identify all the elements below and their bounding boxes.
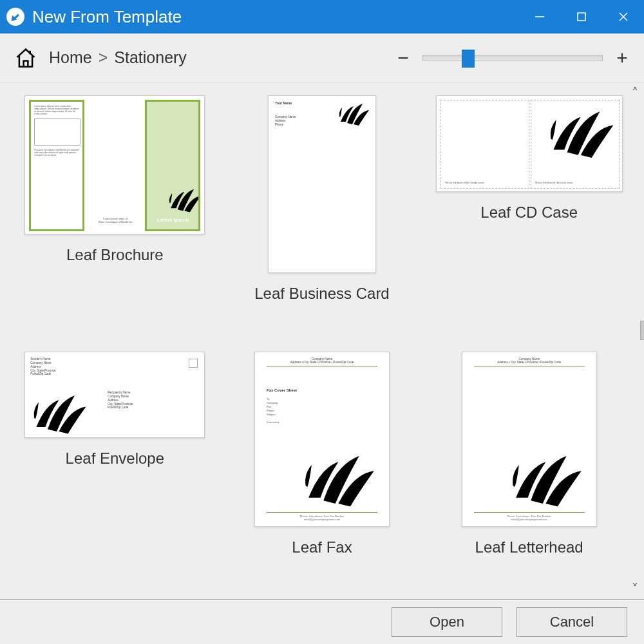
- template-label: Leaf Letterhead: [475, 538, 583, 556]
- template-label: Leaf Fax: [292, 538, 352, 556]
- title-bar: New From Template: [0, 0, 644, 33]
- template-thumbnail: Lorem ipsum dolor sit amet, consectetur …: [24, 95, 205, 234]
- scroll-down-button[interactable]: ˅: [629, 582, 641, 595]
- minimize-button[interactable]: [518, 0, 560, 33]
- zoom-out-button[interactable]: −: [395, 47, 411, 69]
- toolbar: Home > Stationery − +: [0, 33, 644, 82]
- zoom-in-button[interactable]: +: [614, 47, 630, 69]
- template-gallery: Lorem ipsum dolor sit amet, consectetur …: [0, 82, 644, 599]
- dialog-button-bar: Open Cancel: [0, 599, 644, 644]
- window-title: New From Template: [32, 7, 182, 27]
- template-leaf-brochure[interactable]: Lorem ipsum dolor sit amet, consectetur …: [19, 95, 211, 339]
- template-leaf-letterhead[interactable]: Company NameAddress • City, State • Prov…: [433, 352, 625, 592]
- template-label: Leaf Business Card: [254, 285, 389, 303]
- breadcrumb-current: Stationery: [114, 48, 187, 67]
- home-icon[interactable]: [14, 46, 37, 70]
- template-leaf-fax[interactable]: Company NameAddress • City, State • Prov…: [227, 352, 418, 592]
- template-label: Leaf Brochure: [66, 246, 164, 264]
- breadcrumb: Home > Stationery: [49, 48, 187, 67]
- scrollbar-thumb[interactable]: [640, 321, 644, 340]
- template-thumbnail: Company NameAddress • City, State • Prov…: [254, 352, 390, 527]
- breadcrumb-home[interactable]: Home: [49, 48, 92, 67]
- scroll-up-button[interactable]: ˄: [629, 86, 641, 99]
- template-thumbnail: Sender's NameCompany NameAddressCity, St…: [24, 352, 205, 438]
- chevron-right-icon: >: [99, 48, 108, 67]
- template-thumbnail: Your Name Company NameAddressPhone: [268, 95, 376, 273]
- template-label: Leaf CD Case: [480, 204, 578, 222]
- app-icon: [6, 8, 24, 26]
- template-leaf-cd-case[interactable]: This is the back of the inside cover Thi…: [433, 95, 625, 339]
- open-button[interactable]: Open: [392, 607, 502, 637]
- template-thumbnail: Company NameAddress • City, State • Prov…: [462, 352, 597, 527]
- template-thumbnail: This is the back of the inside cover Thi…: [436, 95, 623, 192]
- cancel-button[interactable]: Cancel: [516, 607, 627, 637]
- zoom-slider-track[interactable]: [422, 55, 603, 61]
- svg-rect-1: [578, 13, 585, 21]
- maximize-button[interactable]: [560, 0, 602, 33]
- zoom-slider-thumb[interactable]: [462, 50, 475, 68]
- template-leaf-business-card[interactable]: Your Name Company NameAddressPhone Leaf …: [227, 95, 418, 339]
- template-leaf-envelope[interactable]: Sender's NameCompany NameAddressCity, St…: [19, 352, 211, 592]
- template-label: Leaf Envelope: [66, 450, 164, 468]
- close-button[interactable]: [602, 0, 644, 33]
